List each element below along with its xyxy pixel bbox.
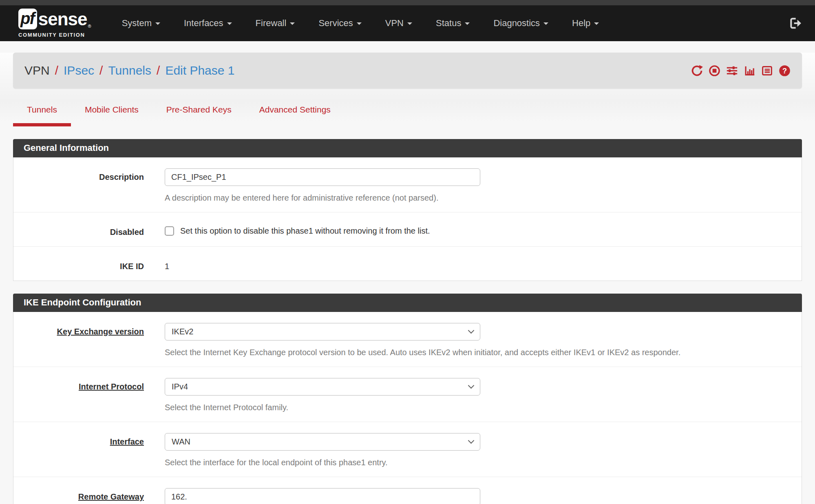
stop-service-icon[interactable] [709,65,720,77]
pfsense-logo[interactable]: pf sense ® COMMUNITY EDITION [18,9,91,38]
svg-text:?: ? [782,66,787,75]
nav-item-interfaces[interactable]: Interfaces [172,18,244,29]
caret-down-icon [290,22,295,25]
description-input[interactable] [165,168,480,186]
logo-edition-text: COMMUNITY EDITION [18,32,91,38]
tab-bar: Tunnels Mobile Clients Pre-Shared Keys A… [13,88,802,126]
key-exchange-version-label[interactable]: Key Exchange version [13,323,144,357]
panel-ike-endpoint-configuration: IKE Endpoint Configuration Key Exchange … [13,294,802,504]
nav-item-help[interactable]: Help [560,18,611,29]
tab-tunnels[interactable]: Tunnels [13,105,71,126]
disabled-checkbox-label: Set this option to disable this phase1 w… [180,226,430,236]
caret-down-icon [594,22,599,25]
nav-item-status[interactable]: Status [424,18,481,29]
breadcrumb-separator: / [99,64,103,77]
form-row-description: Description A description may be entered… [13,157,802,212]
panel-title: General Information [13,139,802,157]
form-row-remote-gateway: Remote Gateway Enter the public IP addre… [13,477,802,504]
ike-id-value: 1 [165,258,789,271]
nav-item-vpn[interactable]: VPN [373,18,424,29]
breadcrumb-bar: VPN / IPsec / Tunnels / Edit Phase 1 [13,53,802,88]
sign-out-icon[interactable] [789,17,802,30]
breadcrumb: VPN / IPsec / Tunnels / Edit Phase 1 [24,64,235,77]
nav-item-firewall[interactable]: Firewall [244,18,307,29]
caret-down-icon [407,22,412,25]
caret-down-icon [543,22,548,25]
sliders-icon[interactable] [726,65,738,77]
form-row-key-exchange-version: Key Exchange version IKEv2 Select the In… [13,312,802,367]
panel-title: IKE Endpoint Configuration [13,294,802,312]
help-icon[interactable]: ? [779,65,791,77]
main-navbar: pf sense ® COMMUNITY EDITION System Inte… [0,5,815,41]
nav-item-system[interactable]: System [110,18,172,29]
key-exchange-version-help: Select the Internet Key Exchange protoco… [165,348,789,357]
form-row-internet-protocol: Internet Protocol IPv4 Select the Intern… [13,367,802,422]
form-row-disabled: Disabled Set this option to disable this… [13,212,802,246]
logo-sense-text: sense [38,10,87,28]
logo-pf-mark: pf [18,9,37,29]
ike-id-label: IKE ID [13,258,144,271]
key-exchange-version-select[interactable]: IKEv2 [165,323,480,340]
internet-protocol-label[interactable]: Internet Protocol [13,378,144,412]
interface-help: Select the interface for the local endpo… [165,458,789,467]
caret-down-icon [357,22,362,25]
restart-service-icon[interactable] [691,65,703,77]
caret-down-icon [227,22,232,25]
internet-protocol-select[interactable]: IPv4 [165,378,480,396]
internet-protocol-help: Select the Internet Protocol family. [165,403,789,412]
tab-mobile-clients[interactable]: Mobile Clients [71,105,152,126]
form-row-interface: Interface WAN Select the interface for t… [13,422,802,477]
chevron-down-icon [468,327,475,334]
caret-down-icon [155,22,160,25]
logo-registered-mark: ® [88,24,91,29]
disabled-label: Disabled [13,223,144,237]
description-help: A description may be entered here for ad… [165,193,789,203]
panel-general-information: General Information Description A descri… [13,139,802,281]
tab-pre-shared-keys[interactable]: Pre-Shared Keys [152,105,245,126]
breadcrumb-separator: / [55,64,58,77]
description-label: Description [13,168,144,203]
breadcrumb-separator: / [157,64,160,77]
breadcrumb-section: VPN [24,64,50,77]
bar-chart-icon[interactable] [744,65,755,77]
form-row-ike-id: IKE ID 1 [13,246,802,281]
chevron-down-icon [468,438,475,444]
header-action-icons: ? [691,65,791,77]
breadcrumb-link-ipsec[interactable]: IPsec [64,64,94,77]
nav-item-services[interactable]: Services [307,18,373,29]
tab-advanced-settings[interactable]: Advanced Settings [245,105,345,126]
breadcrumb-link-tunnels[interactable]: Tunnels [108,64,151,77]
disabled-checkbox[interactable] [165,226,174,236]
chevron-down-icon [468,382,475,389]
nav-item-diagnostics[interactable]: Diagnostics [481,18,560,29]
caret-down-icon [465,22,470,25]
interface-select[interactable]: WAN [165,433,480,451]
breadcrumb-link-edit-phase-1[interactable]: Edit Phase 1 [165,64,234,77]
remote-gateway-input[interactable] [165,488,480,504]
page-content: VPN / IPsec / Tunnels / Edit Phase 1 [0,53,815,504]
log-list-icon[interactable] [761,65,773,77]
top-strip [0,0,815,5]
nav-menu: System Interfaces Firewall Services VPN … [110,18,611,29]
remote-gateway-label[interactable]: Remote Gateway [13,488,144,504]
interface-label[interactable]: Interface [13,433,144,467]
